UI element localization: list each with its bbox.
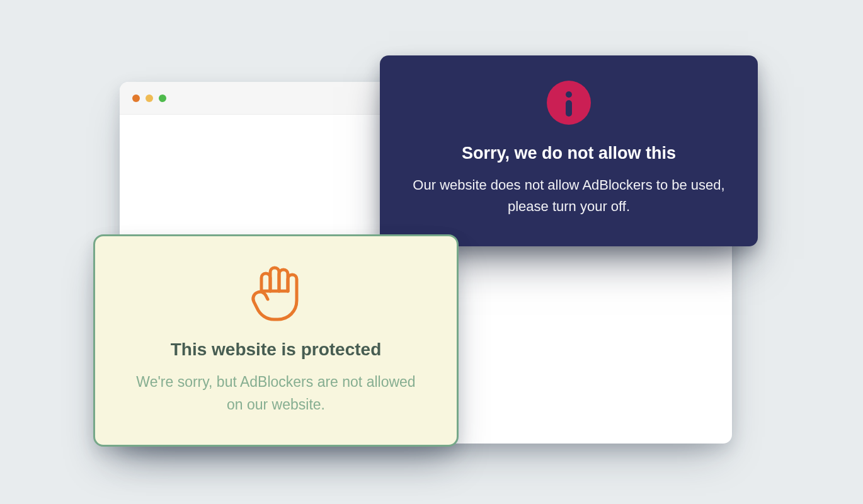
notice-body: Our website does not allow AdBlockers to… bbox=[408, 175, 730, 217]
traffic-light-zoom-icon[interactable] bbox=[159, 94, 166, 102]
adblock-notice-dark: Sorry, we do not allow this Our website … bbox=[380, 55, 758, 246]
notice-title: This website is protected bbox=[127, 340, 425, 360]
adblock-notice-light: This website is protected We're sorry, b… bbox=[93, 234, 459, 447]
notice-title: Sorry, we do not allow this bbox=[408, 144, 730, 163]
notice-body: We're sorry, but AdBlockers are not allo… bbox=[127, 371, 425, 416]
traffic-light-close-icon[interactable] bbox=[132, 94, 140, 102]
info-icon bbox=[547, 81, 591, 125]
traffic-light-minimize-icon[interactable] bbox=[146, 94, 153, 102]
hand-icon bbox=[250, 263, 302, 323]
